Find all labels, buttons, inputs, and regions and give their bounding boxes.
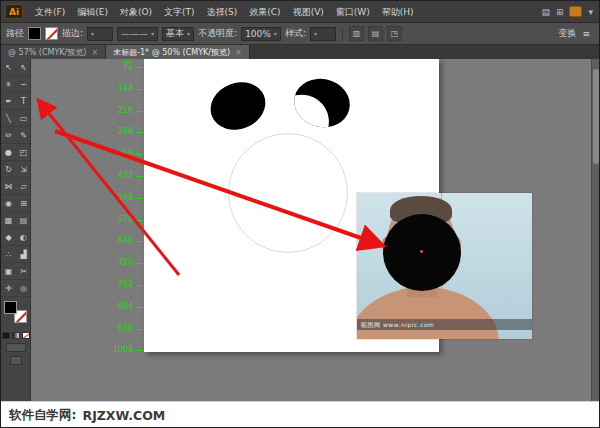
fill-color-control[interactable] [4,301,17,314]
menu-window[interactable]: 窗口(W) [330,1,376,23]
ruler-tick [136,154,143,155]
ruler-tick [136,89,143,90]
selection-tool[interactable]: ↖ [1,59,16,76]
menubar-right-cluster: ▤ ⊞ ▾ [541,5,599,19]
ruler-label: 1008 [113,346,133,354]
align-vertical-icon[interactable]: ▤ [368,26,383,41]
opacity-label: 不透明度: [198,27,237,40]
mesh-tool[interactable]: ▦ [1,212,16,229]
free-transform-tool[interactable]: ▱ [16,178,31,195]
layout-grid-icon[interactable]: ⊞ [556,5,564,19]
rotate-tool[interactable]: ↻ [1,161,16,178]
stroke-weight-dropdown[interactable] [87,27,113,41]
panda-left-ear-shape[interactable] [203,74,272,138]
perspective-grid-tool[interactable]: ⊞ [16,195,31,212]
footer-domain: RJZXW.COM [83,408,166,423]
isolate-icon[interactable]: ◳ [387,26,402,41]
symbol-sprayer-tool[interactable]: ∴ [1,246,16,263]
width-profile-dropdown[interactable]: ——— [117,27,158,41]
menu-file[interactable]: 文件(F) [29,1,71,23]
blend-tool[interactable]: ◐ [16,229,31,246]
fill-color-swatch[interactable] [28,27,41,40]
menu-bar: Ai 文件(F) 编辑(E) 对象(O) 文字(T) 选择(S) 效果(C) 视… [1,1,599,23]
close-icon[interactable]: × [235,48,242,57]
illustrator-window: Ai 文件(F) 编辑(E) 对象(O) 文字(T) 选择(S) 效果(C) 视… [0,0,600,428]
ruler-label: 792 [118,281,133,289]
stroke-color-swatch[interactable] [45,27,58,40]
blob-brush-tool[interactable]: ● [1,144,16,161]
close-icon[interactable]: × [91,48,98,57]
document-tab-bar: @ 57% (CMYK/预览) × 未标题-1* @ 50% (CMYK/预览)… [1,45,599,59]
eraser-tool[interactable]: ◰ [16,144,31,161]
photo-watermark: 昵图网 www.nipic.com [357,319,532,330]
style-label: 样式: [285,27,306,40]
hand-tool[interactable]: ✛ [1,280,16,297]
transform-link[interactable]: 变换 [558,27,576,40]
drawing-mode-button[interactable] [6,343,26,352]
none-button[interactable] [22,332,30,339]
workspace-chevron-icon[interactable]: ▾ [588,5,593,19]
arrange-documents-icon[interactable]: ▤ [541,5,550,19]
pen-tool[interactable]: ✒ [1,93,16,110]
graph-tool[interactable]: ▟ [16,246,31,263]
footer-bar: 软件自学网: RJZXW.COM [1,401,599,428]
menu-help[interactable]: 帮助(H) [376,1,420,23]
ruler-tick [136,132,143,133]
lasso-tool[interactable]: ∽ [16,76,31,93]
placed-photo[interactable]: 昵图网 www.nipic.com [357,193,532,339]
ruler-label: 576 [118,216,133,224]
document-tab-1[interactable]: @ 57% (CMYK/预览) × [1,45,106,59]
ruler-label: 936 [118,325,133,333]
controlbar-right-cluster: 变换 ≡ [558,27,594,40]
width-tool[interactable]: ⋈ [1,178,16,195]
panda-right-ear-shape[interactable] [289,73,355,133]
artboard-tool[interactable]: ▣ [1,263,16,280]
tools-panel: ↖⇖✳∽✒T╲▭✏✎●◰↻⇲⋈▱◉⊞▦▤◆◐∴▟▣✂✛◎ [1,59,31,401]
eyedropper-tool[interactable]: ◆ [1,229,16,246]
menu-effect[interactable]: 效果(C) [243,1,286,23]
ruler-tick [136,67,143,68]
line-segment-tool[interactable]: ╲ [1,110,16,127]
document-tab-2[interactable]: 未标题-1* @ 50% (CMYK/预览) × [106,45,250,59]
ruler-label: 720 [118,259,133,267]
footer-site-name: 软件自学网: [9,407,77,424]
menu-edit[interactable]: 编辑(E) [71,1,114,23]
pencil-tool[interactable]: ✎ [16,127,31,144]
gradient-tool[interactable]: ▤ [16,212,31,229]
stroke-label: 描边: [62,27,83,40]
menu-view[interactable]: 视图(V) [287,1,330,23]
ruler-label: 864 [118,303,133,311]
align-horizontal-icon[interactable]: ▥ [349,26,364,41]
panda-face-circle-outline[interactable] [228,133,348,253]
paintbrush-tool[interactable]: ✏ [1,127,16,144]
gradient-button[interactable] [12,332,20,339]
color-button[interactable] [2,332,10,339]
direct-selection-tool[interactable]: ⇖ [16,59,31,76]
ruler-tick [136,198,143,199]
ruler-tick [136,241,143,242]
style-dropdown[interactable] [310,27,336,41]
ruler-label: 72 [123,63,133,71]
shape-tool[interactable]: ▭ [16,110,31,127]
workspace-switcher-icon[interactable] [569,6,582,17]
shape-builder-tool[interactable]: ◉ [1,195,16,212]
ruler-label: 360 [118,150,133,158]
ruler-label: 432 [118,172,133,180]
vertical-ruler: 7214421628836043250457664872079286493610… [99,59,143,401]
menu-object[interactable]: 对象(O) [114,1,158,23]
zoom-tool[interactable]: ◎ [16,280,31,297]
magic-wand-tool[interactable]: ✳ [1,76,16,93]
opacity-dropdown[interactable]: 100% [241,27,281,41]
menu-select[interactable]: 选择(S) [201,1,244,23]
scale-tool[interactable]: ⇲ [16,161,31,178]
screen-mode-button[interactable] [10,356,22,365]
controlbar-separator [342,27,343,41]
scrollbar-thumb[interactable] [593,69,599,164]
type-tool[interactable]: T [16,93,31,110]
vertical-scrollbar[interactable] [591,59,599,401]
slice-tool[interactable]: ✂ [16,263,31,280]
menu-type[interactable]: 文字(T) [158,1,201,23]
ruler-tick [136,329,143,330]
panel-menu-icon[interactable]: ≡ [582,29,590,39]
brush-definition-dropdown[interactable]: 基本 [162,27,194,41]
